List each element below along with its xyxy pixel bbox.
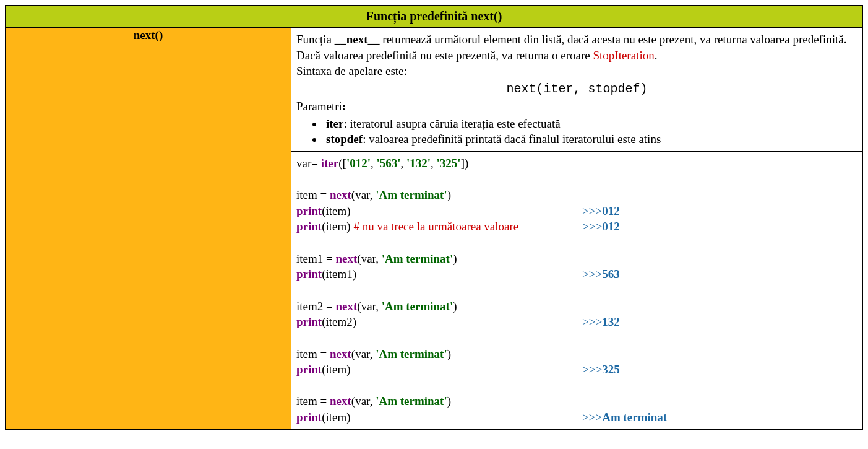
keyword: print (296, 268, 322, 281)
text: Parametri (296, 100, 342, 113)
keyword: iter (321, 157, 338, 170)
string-literal: 'Am terminat' (382, 252, 453, 265)
string-literal: '012' (346, 157, 371, 170)
blank-line (296, 171, 572, 187)
output-line: >>>132 (582, 314, 857, 330)
params-list: iter: iteratorul asupra căruia iterația … (296, 116, 857, 147)
keyword: print (296, 411, 322, 424)
param-name: stopdef (326, 133, 363, 146)
dunder-name: __next__ (335, 33, 380, 46)
blank-line (582, 282, 857, 299)
param-name: iter (326, 117, 343, 130)
keyword: next (336, 300, 358, 313)
function-name-cell: next() (6, 28, 291, 430)
output-value: 012 (602, 220, 620, 233)
keyword: next (330, 188, 351, 201)
param-item: iter: iteratorul asupra căruia iterația … (324, 116, 857, 132)
params-heading: Parametri: (296, 98, 857, 115)
text: (var, (357, 300, 381, 313)
text: (var, (351, 395, 376, 408)
blank-line (582, 251, 857, 267)
code-line: item2 = next(var, 'Am terminat') (296, 299, 572, 315)
blank-line (296, 282, 572, 299)
output-line: >>>Am terminat (582, 409, 857, 425)
code-line: var= iter(['012', '563', '132', '325']) (296, 155, 572, 172)
function-table: Funcția predefinită next() next() Funcți… (5, 5, 863, 430)
blank-line (582, 378, 857, 394)
code-line: item = next(var, 'Am terminat') (296, 393, 572, 409)
param-desc: : iteratorul asupra căruia iterația este… (343, 117, 560, 130)
code-line: print(item2) (296, 314, 572, 330)
output-line: >>>012 (582, 219, 857, 235)
blank-line (296, 235, 572, 251)
output-value: 563 (602, 268, 620, 281)
table-header: Funcția predefinită next() (6, 6, 863, 28)
text: var= (296, 157, 321, 170)
text: (var, (357, 252, 381, 265)
text: Funcția (296, 33, 335, 46)
string-literal: '563' (376, 157, 400, 170)
desc-line2: Dacă valoarea predefinită nu este prezen… (296, 48, 857, 64)
blank-line (582, 171, 857, 187)
text: Dacă valoarea predefinită nu este prezen… (296, 49, 593, 62)
text: (item) (322, 220, 353, 233)
text: . (655, 49, 658, 62)
blank-line (582, 330, 857, 346)
code-line: item = next(var, 'Am terminat') (296, 346, 572, 362)
string-literal: 'Am terminat' (376, 188, 447, 201)
output-cell: >>>012 >>>012 >>>563 >>>132 >>>325 >>>Am… (577, 151, 863, 429)
comment: # nu va trece la următoarea valoare (353, 220, 518, 233)
output-value: 012 (602, 204, 620, 217)
param-item: stopdef: valoarea predefinită printată d… (324, 131, 857, 147)
header-title: Funcția predefinită next() (366, 9, 502, 23)
text: (item1) (322, 268, 356, 281)
blank-line (582, 299, 857, 315)
string-literal: '132' (406, 157, 431, 170)
text: item = (296, 395, 330, 408)
output-line: >>>563 (582, 266, 857, 282)
keyword: next (336, 252, 358, 265)
blank-line (582, 393, 857, 409)
code-line: print(item) # nu va trece la următoarea … (296, 219, 572, 235)
repl-prompt: >>> (582, 363, 602, 376)
text: ) (453, 252, 457, 265)
text: (item) (322, 363, 350, 376)
text: , (371, 157, 377, 170)
text: returnează următorul element din listă, … (380, 33, 847, 46)
text: (item) (322, 411, 350, 424)
blank-line (582, 155, 857, 172)
blank-line (582, 235, 857, 251)
text: item = (296, 347, 330, 360)
text: ([ (338, 157, 346, 170)
function-name: next() (134, 28, 163, 41)
code-line: print(item1) (296, 266, 572, 282)
text: ) (453, 300, 457, 313)
string-literal: 'Am terminat' (376, 347, 447, 360)
text: (var, (351, 347, 376, 360)
text: (item2) (322, 315, 356, 328)
output-line: >>>325 (582, 362, 857, 378)
code-line: item1 = next(var, 'Am terminat') (296, 251, 572, 267)
code-line: print(item) (296, 362, 572, 378)
text: , (401, 157, 407, 170)
text: : (342, 100, 346, 113)
repl-prompt: >>> (582, 220, 602, 233)
text: (var, (351, 188, 376, 201)
blank-line (296, 378, 572, 394)
blank-line (296, 330, 572, 346)
text: (item) (322, 204, 350, 217)
blank-line (582, 187, 857, 203)
string-literal: 'Am terminat' (376, 395, 447, 408)
output-line: >>>012 (582, 203, 857, 219)
string-literal: '325' (437, 157, 461, 170)
string-literal: 'Am terminat' (382, 300, 453, 313)
keyword: next (330, 347, 351, 360)
code-line: item = next(var, 'Am terminat') (296, 187, 572, 203)
param-desc: : valoarea predefinită printată dacă fin… (363, 133, 661, 146)
description-cell: Funcția __next__ returnează următorul el… (291, 28, 863, 152)
text: ) (447, 347, 451, 360)
output-value: Am terminat (602, 411, 667, 424)
text: item = (296, 188, 330, 201)
text: ) (447, 188, 451, 201)
keyword: print (296, 363, 322, 376)
